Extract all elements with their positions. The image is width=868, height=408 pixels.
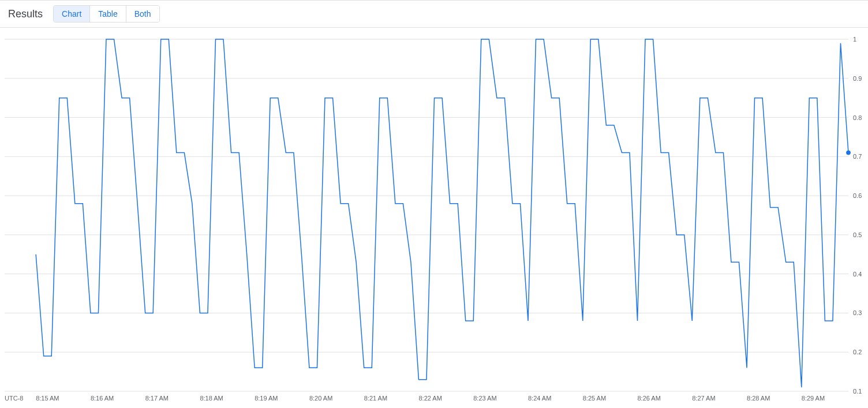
svg-text:8:23 AM: 8:23 AM (473, 395, 496, 402)
svg-text:0.9: 0.9 (853, 75, 862, 82)
svg-text:8:20 AM: 8:20 AM (309, 395, 332, 402)
svg-text:0.1: 0.1 (853, 388, 862, 395)
svg-text:8:22 AM: 8:22 AM (418, 395, 442, 402)
svg-text:8:27 AM: 8:27 AM (692, 395, 715, 402)
svg-text:8:25 AM: 8:25 AM (583, 395, 606, 402)
svg-text:8:17 AM: 8:17 AM (145, 395, 169, 402)
line-chart: 0.10.20.30.40.50.60.70.80.91 8:15 AM8:16… (0, 28, 868, 408)
chart-area[interactable]: 0.10.20.30.40.50.60.70.80.91 8:15 AM8:16… (0, 28, 868, 408)
svg-text:8:21 AM: 8:21 AM (364, 395, 387, 402)
svg-text:0.2: 0.2 (853, 349, 862, 355)
svg-text:8:26 AM: 8:26 AM (638, 395, 661, 402)
svg-text:8:16 AM: 8:16 AM (91, 395, 114, 402)
view-toggle: Chart Table Both (53, 5, 160, 23)
svg-text:0.7: 0.7 (853, 153, 862, 160)
svg-text:8:19 AM: 8:19 AM (255, 395, 278, 402)
tab-chart[interactable]: Chart (54, 6, 90, 22)
results-header: Results Chart Table Both (0, 0, 868, 28)
svg-text:0.5: 0.5 (853, 231, 862, 238)
svg-text:UTC-8: UTC-8 (5, 395, 23, 402)
svg-text:0.3: 0.3 (853, 309, 862, 316)
svg-text:0.4: 0.4 (853, 271, 862, 278)
svg-text:0.8: 0.8 (853, 114, 862, 121)
svg-text:8:29 AM: 8:29 AM (802, 395, 825, 402)
results-title: Results (8, 8, 43, 20)
svg-text:8:18 AM: 8:18 AM (200, 395, 223, 402)
svg-text:8:28 AM: 8:28 AM (747, 395, 770, 402)
svg-text:8:24 AM: 8:24 AM (528, 395, 551, 402)
tab-both[interactable]: Both (126, 6, 159, 22)
svg-point-35 (847, 151, 851, 155)
tab-table[interactable]: Table (90, 6, 126, 22)
svg-text:8:15 AM: 8:15 AM (36, 395, 59, 402)
svg-text:0.6: 0.6 (853, 192, 862, 199)
svg-text:1: 1 (853, 36, 856, 43)
